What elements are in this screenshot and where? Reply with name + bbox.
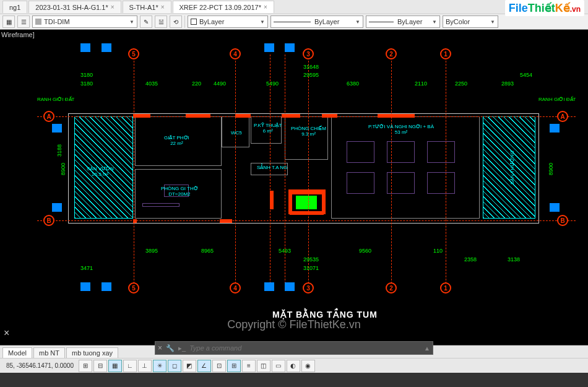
layout-tab[interactable]: mb NT bbox=[33, 347, 65, 358]
room-label: GIẶT PHƠI 22 m² bbox=[164, 135, 189, 146]
dim-text: 29595 bbox=[303, 72, 319, 78]
boundary-label: RANH GIỚI ĐẤT bbox=[37, 97, 74, 102]
grid-bubble: 4 bbox=[230, 48, 241, 59]
layer-name: TDI-DIM bbox=[44, 18, 70, 25]
tab-label: 2023-01-31 SH-A-G1.1* bbox=[35, 4, 108, 11]
wrench-icon[interactable]: 🔧 bbox=[166, 344, 175, 352]
dim-text: 8900 bbox=[60, 163, 66, 175]
lineweight-dropdown[interactable]: ByLayer ▼ bbox=[366, 15, 440, 28]
grid-bubble: A bbox=[43, 111, 54, 122]
status-otrack-icon[interactable]: ∠ bbox=[197, 360, 211, 372]
dim-text: 8965 bbox=[201, 248, 214, 254]
close-icon[interactable]: × bbox=[4, 328, 9, 339]
command-input[interactable] bbox=[189, 344, 420, 352]
layer-color-swatch bbox=[35, 19, 41, 25]
status-ducs-icon[interactable]: ⊡ bbox=[212, 360, 226, 372]
linetype-dropdown[interactable]: ByLayer ▼ bbox=[270, 15, 363, 28]
section-mark bbox=[264, 43, 274, 52]
dim-text: 31648 bbox=[303, 64, 319, 70]
layer-manager-icon[interactable]: ☱ bbox=[155, 15, 167, 28]
dim-text: 2893 bbox=[501, 80, 514, 87]
dim-text: 5454 bbox=[520, 72, 532, 78]
close-icon[interactable]: × bbox=[264, 4, 267, 11]
grid-bubble: B bbox=[557, 215, 568, 226]
dim-text: 3188 bbox=[56, 144, 63, 157]
room-label: SẢNH T.A NG bbox=[257, 165, 287, 170]
status-osnap-icon[interactable]: ◻ bbox=[168, 360, 181, 372]
dim-text: 220 bbox=[192, 80, 201, 87]
status-dyn-icon[interactable]: ⊞ bbox=[227, 360, 241, 372]
file-tab[interactable]: ng1 bbox=[2, 1, 27, 13]
grid-bubble: 4 bbox=[230, 282, 241, 294]
dim-text: 3895 bbox=[145, 248, 158, 254]
file-tab-active[interactable]: XREF 22-PCT 13.09.2017*× bbox=[173, 1, 274, 13]
status-3dosnap-icon[interactable]: ◩ bbox=[183, 360, 196, 372]
dim-text: 5490 bbox=[266, 80, 279, 87]
boundary-label: RANH GIỚI ĐẤT bbox=[538, 97, 576, 102]
file-tab[interactable]: 2023-01-31 SH-A-G1.1*× bbox=[28, 1, 121, 13]
status-polar-icon[interactable]: ✳ bbox=[153, 360, 166, 372]
dim-text: 5493 bbox=[279, 248, 291, 254]
grid-bubble: 1 bbox=[440, 48, 451, 59]
status-sc-icon[interactable]: ◐ bbox=[287, 360, 300, 372]
dim-text: 6380 bbox=[347, 80, 359, 87]
line-preview bbox=[274, 22, 311, 22]
make-current-icon[interactable]: ✎ bbox=[140, 15, 152, 28]
cursor-coords: 85, -36546.1471, 0.0000 bbox=[2, 362, 77, 369]
dim-text: 3471 bbox=[80, 265, 93, 271]
chevron-down-icon: ▼ bbox=[353, 19, 360, 25]
model-viewport[interactable]: Wireframe] bbox=[0, 30, 588, 346]
close-icon[interactable]: × bbox=[111, 4, 115, 11]
chevron-down-icon: ▼ bbox=[430, 19, 437, 25]
status-am-icon[interactable]: ◉ bbox=[301, 360, 315, 372]
section-mark bbox=[102, 282, 111, 291]
layer-dropdown[interactable]: TDI-DIM ▼ bbox=[32, 15, 137, 28]
status-tpy-icon[interactable]: ◫ bbox=[257, 360, 270, 372]
room-label: SÂN THƯỢNG bbox=[509, 150, 515, 185]
linetype-label: ByLayer bbox=[314, 18, 339, 25]
color-swatch bbox=[191, 19, 197, 25]
layer-icon[interactable]: ▦ bbox=[2, 15, 15, 28]
room-label: WC5 bbox=[231, 130, 242, 136]
tab-label: S-TH-A1* bbox=[129, 4, 158, 11]
dim-text: 2110 bbox=[415, 80, 427, 87]
color-dropdown[interactable]: ByLayer ▼ bbox=[188, 15, 268, 28]
grid-bubble: A bbox=[557, 111, 568, 122]
cmd-prompt-icon: ▸_ bbox=[178, 344, 186, 352]
chevron-down-icon: ▼ bbox=[257, 19, 265, 25]
section-mark bbox=[285, 43, 295, 52]
status-ortho-icon[interactable]: ⊥ bbox=[138, 360, 152, 372]
status-model-icon[interactable]: ⊞ bbox=[79, 360, 92, 372]
section-mark bbox=[52, 124, 62, 133]
status-snap-icon[interactable]: ▦ bbox=[108, 360, 122, 372]
layer-prev-icon[interactable]: ⟲ bbox=[170, 15, 182, 28]
close-icon[interactable]: × bbox=[161, 4, 165, 11]
cmd-close-icon[interactable]: × bbox=[158, 344, 162, 352]
status-infer-icon[interactable]: ∟ bbox=[123, 360, 137, 372]
status-qp-icon[interactable]: ▭ bbox=[272, 360, 285, 372]
separator bbox=[184, 15, 185, 28]
grid-bubble: 5 bbox=[128, 48, 139, 59]
grid-bubble: 2 bbox=[386, 282, 397, 294]
dim-text: 3138 bbox=[508, 256, 520, 263]
dim-text: 31071 bbox=[303, 265, 319, 271]
section-mark bbox=[285, 282, 295, 291]
plotstyle-dropdown[interactable]: ByColor ▼ bbox=[443, 15, 498, 28]
grid-bubble: 2 bbox=[386, 48, 397, 59]
expand-icon[interactable]: ▲ bbox=[424, 345, 430, 352]
layer-states-icon[interactable]: ☰ bbox=[17, 15, 30, 28]
section-mark bbox=[80, 282, 90, 291]
section-mark bbox=[550, 124, 560, 133]
dim-text: 8900 bbox=[548, 163, 554, 175]
dim-text: 4490 bbox=[214, 80, 226, 87]
layout-tab[interactable]: mb tuong xay bbox=[66, 347, 118, 358]
file-tab-bar: ng1 2023-01-31 SH-A-G1.1*× S-TH-A1*× XRE… bbox=[0, 0, 588, 14]
room-label: PHÒNG GI THỜ DT=20M2 bbox=[161, 186, 198, 197]
chevron-down-icon: ▼ bbox=[488, 19, 495, 25]
grid-bubble: 5 bbox=[128, 282, 139, 294]
status-grid-icon[interactable]: ⊟ bbox=[93, 360, 107, 372]
grid-bubble: 1 bbox=[440, 282, 451, 294]
file-tab[interactable]: S-TH-A1*× bbox=[123, 1, 171, 13]
layout-tab-model[interactable]: Model bbox=[2, 347, 32, 358]
status-lwt-icon[interactable]: ≡ bbox=[242, 360, 256, 372]
